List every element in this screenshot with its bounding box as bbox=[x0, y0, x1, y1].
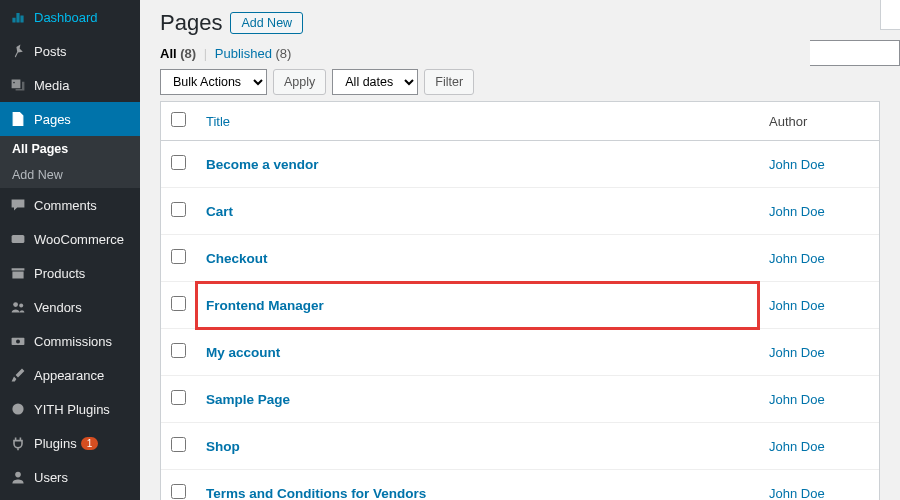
page-title-link[interactable]: My account bbox=[206, 345, 280, 360]
sidebar-item-pages[interactable]: Pages bbox=[0, 102, 140, 136]
svg-rect-0 bbox=[12, 235, 25, 243]
row-checkbox[interactable] bbox=[171, 390, 186, 405]
page-title-link[interactable]: Terms and Conditions for Vendors bbox=[206, 486, 426, 501]
col-author: Author bbox=[759, 102, 879, 141]
page-title-link[interactable]: Shop bbox=[206, 439, 240, 454]
author-link[interactable]: John Doe bbox=[769, 345, 825, 360]
table-row: CartJohn Doe bbox=[161, 188, 879, 235]
col-title-sort[interactable]: Title bbox=[206, 114, 230, 129]
search-input[interactable] bbox=[810, 40, 900, 66]
sidebar-item-label: Commissions bbox=[34, 334, 112, 349]
sidebar-item-media[interactable]: Media bbox=[0, 68, 140, 102]
sidebar-item-plugins[interactable]: Plugins1 bbox=[0, 426, 140, 460]
sidebar-item-users[interactable]: Users bbox=[0, 460, 140, 494]
search-box bbox=[810, 40, 900, 66]
sidebar-submenu: All PagesAdd New bbox=[0, 136, 140, 188]
plug-icon bbox=[8, 433, 28, 453]
update-badge: 1 bbox=[81, 437, 99, 450]
table-row: Terms and Conditions for VendorsJohn Doe bbox=[161, 470, 879, 500]
row-checkbox[interactable] bbox=[171, 437, 186, 452]
pin-icon bbox=[8, 41, 28, 61]
bulk-actions-select[interactable]: Bulk Actions bbox=[160, 69, 267, 95]
sidebar-item-yith-plugins[interactable]: YITH Plugins bbox=[0, 392, 140, 426]
row-checkbox[interactable] bbox=[171, 249, 186, 264]
svg-point-4 bbox=[16, 339, 20, 343]
table-row: CheckoutJohn Doe bbox=[161, 235, 879, 282]
status-filters: All (8) | Published (8) bbox=[160, 46, 880, 61]
yith-icon bbox=[8, 399, 28, 419]
table-row: Become a vendorJohn Doe bbox=[161, 141, 879, 188]
filter-published[interactable]: Published (8) bbox=[215, 46, 292, 61]
sidebar-item-commissions[interactable]: Commissions bbox=[0, 324, 140, 358]
dashboard-icon bbox=[8, 7, 28, 27]
tablenav: Bulk Actions Apply All dates Filter bbox=[160, 69, 880, 95]
brush-icon bbox=[8, 365, 28, 385]
sidebar-item-label: Vendors bbox=[34, 300, 82, 315]
table-row: Sample PageJohn Doe bbox=[161, 376, 879, 423]
author-link[interactable]: John Doe bbox=[769, 298, 825, 313]
page-heading: Pages Add New bbox=[160, 10, 880, 36]
table-row: Frontend ManagerJohn Doe bbox=[161, 282, 879, 329]
money-icon bbox=[8, 331, 28, 351]
sidebar-item-label: WooCommerce bbox=[34, 232, 124, 247]
sidebar-item-tools[interactable]: Tools bbox=[0, 494, 140, 500]
row-checkbox[interactable] bbox=[171, 296, 186, 311]
admin-sidebar: DashboardPostsMediaPagesAll PagesAdd New… bbox=[0, 0, 140, 500]
pages-table: Title Author Become a vendorJohn DoeCart… bbox=[160, 101, 880, 500]
date-filter-select[interactable]: All dates bbox=[332, 69, 418, 95]
author-link[interactable]: John Doe bbox=[769, 204, 825, 219]
row-checkbox[interactable] bbox=[171, 343, 186, 358]
sidebar-item-label: YITH Plugins bbox=[34, 402, 110, 417]
apply-button[interactable]: Apply bbox=[273, 69, 326, 95]
sidebar-item-label: Pages bbox=[34, 112, 71, 127]
sidebar-item-comments[interactable]: Comments bbox=[0, 188, 140, 222]
page-title-link[interactable]: Sample Page bbox=[206, 392, 290, 407]
svg-point-2 bbox=[19, 303, 23, 307]
sidebar-item-vendors[interactable]: Vendors bbox=[0, 290, 140, 324]
sidebar-item-label: Media bbox=[34, 78, 69, 93]
svg-point-5 bbox=[12, 403, 23, 414]
sidebar-item-label: Dashboard bbox=[34, 10, 98, 25]
svg-point-1 bbox=[13, 302, 18, 307]
svg-point-6 bbox=[15, 472, 21, 478]
select-all-checkbox[interactable] bbox=[171, 112, 186, 127]
submenu-item-add-new[interactable]: Add New bbox=[0, 162, 140, 188]
main-content: Pages Add New All (8) | Published (8) Bu… bbox=[140, 0, 900, 500]
page-title-link[interactable]: Frontend Manager bbox=[206, 298, 324, 313]
page-title: Pages bbox=[160, 10, 222, 36]
sidebar-item-label: Posts bbox=[34, 44, 67, 59]
sidebar-item-label: Appearance bbox=[34, 368, 104, 383]
table-row: ShopJohn Doe bbox=[161, 423, 879, 470]
page-icon bbox=[8, 109, 28, 129]
filter-button[interactable]: Filter bbox=[424, 69, 474, 95]
sidebar-item-woocommerce[interactable]: WooCommerce bbox=[0, 222, 140, 256]
sidebar-item-label: Users bbox=[34, 470, 68, 485]
page-title-link[interactable]: Checkout bbox=[206, 251, 268, 266]
sidebar-item-label: Plugins bbox=[34, 436, 77, 451]
author-link[interactable]: John Doe bbox=[769, 392, 825, 407]
sidebar-item-label: Products bbox=[34, 266, 85, 281]
sidebar-item-dashboard[interactable]: Dashboard bbox=[0, 0, 140, 34]
sidebar-item-label: Comments bbox=[34, 198, 97, 213]
row-checkbox[interactable] bbox=[171, 155, 186, 170]
users-icon bbox=[8, 297, 28, 317]
author-link[interactable]: John Doe bbox=[769, 251, 825, 266]
table-row: My accountJohn Doe bbox=[161, 329, 879, 376]
page-title-link[interactable]: Cart bbox=[206, 204, 233, 219]
row-checkbox[interactable] bbox=[171, 484, 186, 499]
archive-icon bbox=[8, 263, 28, 283]
comment-icon bbox=[8, 195, 28, 215]
sidebar-item-appearance[interactable]: Appearance bbox=[0, 358, 140, 392]
screen-options-tab[interactable] bbox=[880, 0, 900, 30]
add-new-button[interactable]: Add New bbox=[230, 12, 303, 34]
author-link[interactable]: John Doe bbox=[769, 439, 825, 454]
page-title-link[interactable]: Become a vendor bbox=[206, 157, 319, 172]
sidebar-item-products[interactable]: Products bbox=[0, 256, 140, 290]
author-link[interactable]: John Doe bbox=[769, 157, 825, 172]
sidebar-item-posts[interactable]: Posts bbox=[0, 34, 140, 68]
author-link[interactable]: John Doe bbox=[769, 486, 825, 501]
filter-all[interactable]: All (8) bbox=[160, 46, 196, 61]
user-icon bbox=[8, 467, 28, 487]
row-checkbox[interactable] bbox=[171, 202, 186, 217]
submenu-item-all-pages[interactable]: All Pages bbox=[0, 136, 140, 162]
